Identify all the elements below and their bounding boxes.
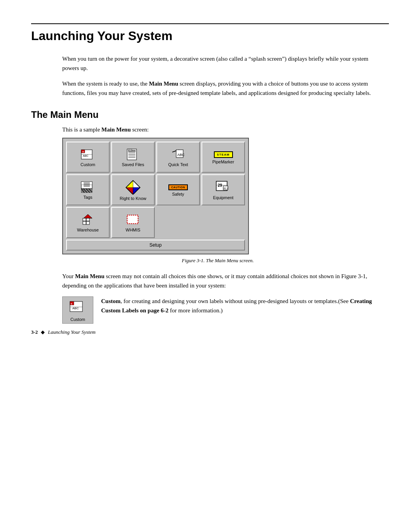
page: Launching Your System When you turn on t… — [0, 0, 420, 347]
menu-cell-pipemarker[interactable]: STEAM PipeMarker — [201, 142, 245, 173]
svg-text:R: R — [71, 303, 72, 305]
svg-rect-44 — [86, 221, 89, 224]
menu-cell-empty-2 — [201, 207, 245, 238]
svg-rect-10 — [128, 157, 135, 158]
svg-rect-17 — [81, 182, 92, 185]
svg-marker-40 — [84, 214, 92, 218]
svg-text:ABC: ABC — [83, 154, 88, 157]
paragraph-1: When you turn on the power for your syst… — [62, 54, 373, 73]
svg-text:ABC: ABC — [177, 153, 185, 157]
saved-files-icon — [126, 148, 140, 161]
custom-description: Custom, for creating and designing your … — [101, 296, 373, 315]
quick-text-icon: ABC — [171, 148, 186, 161]
custom-bold: Custom — [101, 298, 121, 304]
menu-row-3: Warehouse WHMIS — [66, 207, 245, 238]
whmis-label: WHMIS — [126, 228, 140, 232]
tags-icon — [80, 181, 95, 193]
svg-rect-41 — [83, 218, 86, 221]
warehouse-label: Warehouse — [77, 228, 99, 232]
custom-small-icon: R ABC — [69, 300, 86, 314]
custom-small-icon-block: R ABC Custom — [62, 296, 93, 324]
section-title-main-menu: The Main Menu — [31, 109, 389, 120]
equipment-icon: 29 80 V — [215, 181, 231, 194]
rtk-label: Right to Know — [120, 196, 146, 201]
sample-label: This is a sample Main Menu screen: — [62, 126, 373, 133]
svg-rect-11 — [129, 149, 132, 151]
menu-cell-saved-files[interactable]: Saved Files — [111, 142, 155, 173]
svg-rect-9 — [128, 156, 135, 156]
quick-text-label: Quick Text — [168, 162, 188, 167]
warehouse-icon — [80, 214, 95, 226]
chapter-title: Launching Your System — [31, 23, 389, 43]
main-menu-bold-1: Main Menu — [149, 81, 178, 87]
menu-cell-tags[interactable]: Tags — [66, 174, 110, 205]
svg-text:29: 29 — [218, 183, 222, 188]
menu-cell-safety[interactable]: CAUTION Safety — [156, 174, 200, 205]
tags-label: Tags — [83, 195, 92, 200]
footer-bullet: ◆ — [41, 329, 45, 335]
custom-icon: R ABC — [80, 148, 95, 161]
menu-screen-wrapper: This is a sample Main Menu screen: R ABC… — [62, 126, 373, 264]
setup-button[interactable]: Setup — [66, 240, 245, 251]
menu-cell-quick-text[interactable]: ABC Quick Text — [156, 142, 200, 173]
paragraph-2: When the system is ready to use, the Mai… — [62, 79, 373, 98]
svg-rect-42 — [86, 218, 89, 221]
pipemarker-icon: STEAM — [214, 151, 233, 158]
main-menu-bold-2: Main Menu — [102, 126, 131, 133]
custom-small-label: Custom — [66, 317, 89, 322]
menu-row-1: R ABC Custom — [66, 142, 245, 173]
safety-icon: CAUTION — [168, 184, 187, 190]
paragraph-3: Your Main Menu screen may not contain al… — [62, 272, 373, 290]
footer-chapter-title: Launching Your System — [48, 329, 95, 335]
svg-text:R: R — [82, 151, 84, 153]
main-menu-bold-3: Main Menu — [75, 273, 104, 279]
svg-text:80 V: 80 V — [224, 187, 228, 189]
menu-row-2: Tags — [66, 174, 245, 205]
safety-label: Safety — [172, 192, 184, 196]
menu-cell-empty-1 — [156, 207, 200, 238]
menu-cell-equipment[interactable]: 29 80 V Equipment — [201, 174, 245, 205]
svg-text:ABC: ABC — [72, 307, 79, 310]
figure-caption: Figure 3-1. The Main Menu screen. — [62, 258, 373, 264]
rtk-icon — [125, 180, 141, 195]
whmis-icon — [126, 214, 140, 226]
setup-row: Setup — [66, 240, 245, 251]
custom-label: Custom — [80, 162, 95, 167]
footer-page-number: 3-2 — [31, 329, 38, 335]
menu-cell-whmis[interactable]: WHMIS — [111, 207, 155, 238]
svg-line-15 — [172, 151, 176, 152]
custom-example: R ABC Custom Custom, for creating and de… — [62, 296, 373, 324]
svg-rect-43 — [83, 221, 86, 224]
main-menu-screen: R ABC Custom — [62, 138, 249, 254]
menu-cell-warehouse[interactable]: Warehouse — [66, 207, 110, 238]
footer: 3-2 ◆ Launching Your System — [0, 329, 420, 335]
equipment-label: Equipment — [213, 195, 234, 200]
menu-cell-custom[interactable]: R ABC Custom — [66, 142, 110, 173]
svg-rect-45 — [127, 215, 138, 224]
saved-files-label: Saved Files — [122, 162, 144, 167]
pipemarker-label: PipeMarker — [212, 159, 234, 164]
svg-rect-8 — [128, 154, 135, 155]
menu-cell-rtk[interactable]: Right to Know — [111, 174, 155, 205]
svg-rect-7 — [128, 152, 135, 153]
